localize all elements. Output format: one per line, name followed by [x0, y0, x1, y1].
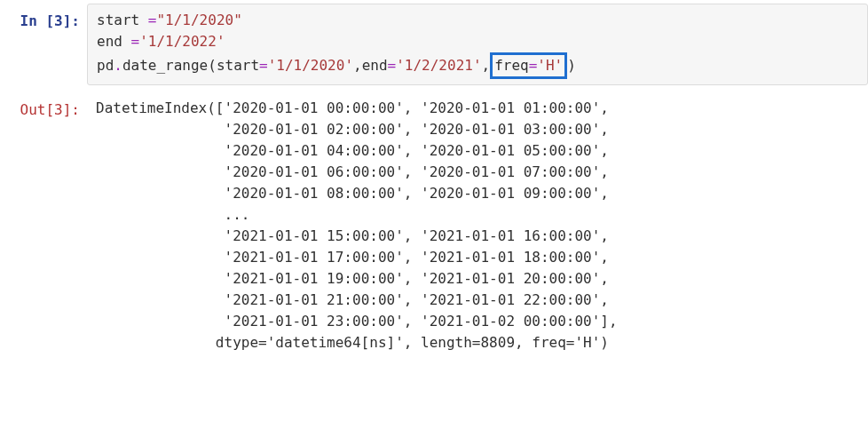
output-row-9: '2021-01-01 21:00:00', '2021-01-01 22:00…: [225, 291, 609, 308]
code-open-paren: (: [208, 57, 217, 74]
out-suffix: ]:: [63, 101, 80, 118]
code-func-daterange: date_range: [122, 57, 208, 74]
code-dot: .: [114, 57, 122, 74]
code-op-eq2: =: [131, 33, 140, 50]
output-row-4: '2020-01-01 08:00:00', '2020-01-01 09:00…: [225, 185, 609, 202]
in-suffix: ]:: [63, 12, 80, 29]
input-prompt: In [3]:: [0, 4, 87, 32]
code-eq-freq: =: [529, 57, 538, 74]
code-close-paren: ): [567, 57, 576, 74]
code-editor[interactable]: start ="1/1/2020" end ='1/1/2022' pd.dat…: [87, 4, 868, 85]
output-head: DatetimeIndex([: [96, 99, 225, 116]
output-row-7: '2021-01-01 17:00:00', '2021-01-01 18:00…: [225, 249, 609, 266]
code-var-start: start: [97, 12, 139, 28]
output-row-10: '2021-01-01 23:00:00', '2021-01-02 00:00…: [225, 313, 618, 330]
input-cell: In [3]: start ="1/1/2020" end ='1/1/2022…: [0, 0, 868, 89]
output-tail: dtype='datetime64[ns]', length=8809, fre…: [216, 334, 609, 351]
output-prompt: Out[3]:: [0, 92, 87, 121]
code-comma1: ,: [353, 57, 362, 74]
output-row-5: ...: [225, 206, 250, 223]
output-text: DatetimeIndex(['2020-01-01 00:00:00', '2…: [87, 92, 868, 359]
output-row-6: '2021-01-01 15:00:00', '2021-01-01 16:00…: [225, 227, 609, 244]
code-var-end: end: [97, 33, 122, 50]
code-val-freq: 'H': [537, 57, 563, 74]
code-eq-start: =: [259, 57, 268, 74]
out-num: 3: [54, 101, 63, 118]
code-val-start: '1/1/2020': [268, 57, 353, 74]
out-prefix: Out[: [20, 101, 55, 118]
code-comma2: ,: [482, 57, 491, 74]
code-eq-end: =: [388, 57, 397, 74]
code-param-start: start: [217, 57, 259, 74]
output-row-0: '2020-01-01 00:00:00', '2020-01-01 01:00…: [225, 99, 609, 116]
output-row-3: '2020-01-01 06:00:00', '2020-01-01 07:00…: [225, 163, 609, 180]
in-num: 3: [54, 12, 63, 29]
output-row-1: '2020-01-01 02:00:00', '2020-01-01 03:00…: [225, 121, 609, 138]
code-str-start: "1/1/2020": [156, 12, 241, 28]
code-param-end: end: [362, 57, 388, 74]
output-cell: Out[3]: DatetimeIndex(['2020-01-01 00:00…: [0, 89, 868, 362]
code-param-freq: freq: [494, 57, 529, 74]
in-prefix: In [: [20, 12, 55, 29]
output-row-2: '2020-01-01 04:00:00', '2020-01-01 05:00…: [225, 142, 609, 159]
output-row-8: '2021-01-01 19:00:00', '2021-01-01 20:00…: [225, 270, 609, 287]
freq-highlight: freq='H': [490, 52, 567, 79]
code-str-end: '1/1/2022': [139, 33, 225, 50]
code-val-end: '1/2/2021': [396, 57, 481, 74]
code-op-eq1: =: [148, 12, 157, 28]
code-obj-pd: pd: [97, 57, 114, 74]
